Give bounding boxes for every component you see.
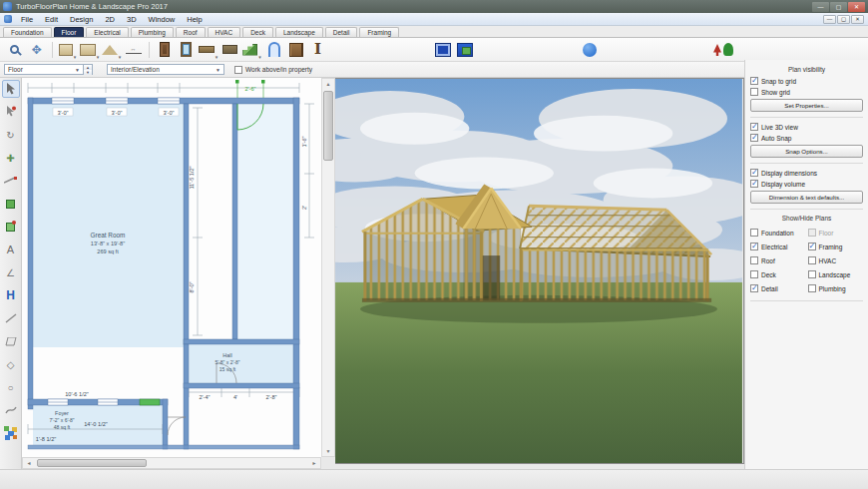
view-3d-button[interactable] xyxy=(454,40,475,60)
maximize-button[interactable]: ▢ xyxy=(830,2,847,12)
render-3d-view[interactable] xyxy=(335,78,744,464)
plan-deck-row[interactable]: Deck xyxy=(750,270,806,278)
angle-dimension-tool[interactable]: ∠ xyxy=(2,263,20,281)
eraser-tool[interactable] xyxy=(2,332,20,350)
beam-tool-button[interactable]: ▾ xyxy=(198,40,218,60)
tab-hvac[interactable]: HVAC xyxy=(208,27,241,37)
show-grid-checkbox[interactable] xyxy=(750,88,758,96)
view-2d-button[interactable] xyxy=(432,40,453,60)
tab-roof[interactable]: Roof xyxy=(176,27,206,37)
plan-landscape-checkbox[interactable] xyxy=(808,270,816,278)
snap-to-grid-checkbox[interactable] xyxy=(750,77,758,85)
tab-deck[interactable]: Deck xyxy=(242,27,273,37)
hall-area[interactable] xyxy=(189,344,293,383)
room-tool-button[interactable]: ▾ xyxy=(79,40,100,60)
child-close-button[interactable]: ✕ xyxy=(851,15,864,24)
floor-select[interactable]: Floor ▼ xyxy=(4,64,84,75)
display-dimensions-checkbox[interactable] xyxy=(750,169,758,177)
plan-roof-checkbox[interactable] xyxy=(750,256,758,264)
overlay-checkbox[interactable] xyxy=(234,66,242,74)
dimension-defaults-button[interactable]: Dimension & text defaults... xyxy=(750,191,863,204)
room-draw-tool[interactable] xyxy=(2,218,20,236)
door-tool-button[interactable] xyxy=(154,40,175,60)
plan-framing-checkbox[interactable] xyxy=(808,243,816,250)
auto-snap-row[interactable]: Auto Snap xyxy=(750,134,863,142)
line-tool[interactable] xyxy=(2,309,20,327)
vertical-scroll-thumb[interactable] xyxy=(323,91,333,161)
scroll-down-icon[interactable]: ▼ xyxy=(322,446,334,456)
tab-foundation[interactable]: Foundation xyxy=(3,27,52,37)
plan-detail-row[interactable]: Detail xyxy=(750,284,806,292)
plant-library-button[interactable] xyxy=(703,40,743,60)
auto-snap-checkbox[interactable] xyxy=(750,134,758,142)
display-dimensions-row[interactable]: Display dimensions xyxy=(750,169,863,177)
spline-tool[interactable] xyxy=(2,401,20,419)
scroll-up-icon[interactable]: ▲ xyxy=(322,79,334,89)
menu-help[interactable]: Help xyxy=(181,13,208,26)
plan-hvac-row[interactable]: HVAC xyxy=(808,256,864,264)
polygon-tool[interactable]: ◇ xyxy=(2,355,20,373)
dimension-tool-button[interactable]: ↔ xyxy=(123,40,144,60)
plan-vertical-scrollbar[interactable]: ▲ ▼ xyxy=(321,78,335,457)
tab-plumbing[interactable]: Plumbing xyxy=(131,27,174,37)
cabinet-tool-button[interactable] xyxy=(285,40,306,60)
view-mode-select[interactable]: Interior/Elevation ▼ xyxy=(107,64,224,75)
menu-window[interactable]: Window xyxy=(143,13,182,26)
arch-tool-button[interactable] xyxy=(263,40,284,60)
menu-file[interactable]: File xyxy=(15,13,39,26)
snap-options-button[interactable]: Snap Options... xyxy=(750,145,863,158)
minimize-button[interactable]: — xyxy=(812,2,829,12)
floor-spinner[interactable]: ▲▼ xyxy=(84,64,93,75)
great-room-area[interactable] xyxy=(33,104,184,347)
menu-design[interactable]: Design xyxy=(64,13,99,26)
plan-plumbing-row[interactable]: Plumbing xyxy=(808,284,864,292)
snap-to-grid-row[interactable]: Snap to grid xyxy=(750,77,863,85)
display-volume-checkbox[interactable] xyxy=(750,180,758,188)
live-3d-checkbox[interactable] xyxy=(750,123,758,131)
column-tool-button[interactable]: I xyxy=(307,40,328,60)
tab-detail[interactable]: Detail xyxy=(325,27,358,37)
beam-tool[interactable]: H xyxy=(2,286,20,304)
plan-plumbing-checkbox[interactable] xyxy=(808,284,816,292)
tab-floor[interactable]: Floor xyxy=(54,27,85,37)
plan-electrical-checkbox[interactable] xyxy=(750,243,758,250)
close-button[interactable]: ✕ xyxy=(848,2,865,12)
menu-edit[interactable]: Edit xyxy=(39,13,64,26)
measure-tool[interactable] xyxy=(2,172,20,190)
scroll-left-icon[interactable]: ◄ xyxy=(23,458,35,468)
roof-tool-button[interactable]: ▾ xyxy=(101,40,122,60)
text-tool[interactable]: A xyxy=(2,241,20,258)
live-3d-row[interactable]: Live 3D view xyxy=(750,123,863,131)
plan-foundation-row[interactable]: Foundation xyxy=(750,229,806,237)
plan-framing-row[interactable]: Framing xyxy=(808,243,864,250)
select-tool[interactable] xyxy=(2,80,20,98)
node-edit-tool[interactable] xyxy=(2,103,20,121)
window-tool-button[interactable] xyxy=(176,40,197,60)
set-properties-button[interactable]: Set Properties... xyxy=(750,99,863,112)
plan-roof-row[interactable]: Roof xyxy=(750,256,806,264)
plan-hvac-checkbox[interactable] xyxy=(808,256,816,264)
stair-tool-button[interactable]: ▾ xyxy=(241,40,262,60)
zoom-button[interactable] xyxy=(4,40,25,60)
group-tool[interactable] xyxy=(2,424,20,442)
menu-3d[interactable]: 3D xyxy=(121,13,143,26)
wall-tool-button[interactable]: ▾ xyxy=(57,40,78,60)
overlay-checkbox-row[interactable]: Work above/in property xyxy=(234,66,312,74)
tab-electrical[interactable]: Electrical xyxy=(86,27,128,37)
rotate-tool[interactable]: ↻ xyxy=(2,126,20,144)
plan-landscape-row[interactable]: Landscape xyxy=(808,270,864,278)
right-room-area[interactable] xyxy=(237,104,293,339)
child-restore-button[interactable]: ▢ xyxy=(837,15,850,24)
menu-2d[interactable]: 2D xyxy=(99,13,121,26)
show-grid-row[interactable]: Show grid xyxy=(750,88,863,96)
wall-draw-tool[interactable] xyxy=(2,195,20,213)
child-minimize-button[interactable]: — xyxy=(823,15,836,24)
plan-detail-checkbox[interactable] xyxy=(750,284,758,292)
circle-tool[interactable]: ○ xyxy=(2,378,20,396)
plan-deck-checkbox[interactable] xyxy=(750,270,758,278)
tab-landscape[interactable]: Landscape xyxy=(275,27,323,37)
help-button[interactable] xyxy=(579,40,600,60)
plan-horizontal-scrollbar[interactable]: ◄ ► xyxy=(22,457,321,469)
plan-foundation-checkbox[interactable] xyxy=(750,229,758,237)
move-tool[interactable]: ✚ xyxy=(2,149,20,167)
